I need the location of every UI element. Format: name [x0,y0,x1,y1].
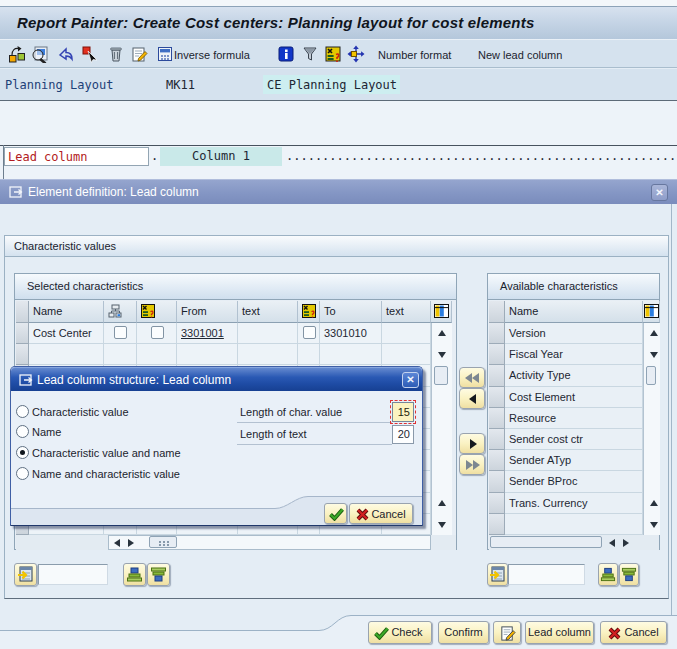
info-icon[interactable] [277,45,295,63]
table-cell[interactable]: 3301001 [177,323,238,344]
radio-name-and-characteristic-value[interactable] [16,467,29,480]
column1-cell[interactable]: Column 1 [160,147,282,166]
select-all-corner-cell[interactable] [489,301,505,323]
column-header-To[interactable]: To [320,301,382,323]
available-row[interactable]: Sender ATyp [505,450,643,471]
table-cell[interactable] [137,323,177,344]
horizontal-scroll-thumb[interactable] [149,536,177,548]
scroll-right-icon[interactable] [128,539,134,547]
filter-icon[interactable] [301,45,319,63]
structure-dialog-close-icon[interactable]: ✕ [402,372,419,388]
planning-layout-name-field[interactable]: CE Planning Layout [263,75,400,94]
table-cell[interactable] [104,323,137,344]
sort-descending-button-right[interactable] [619,563,639,586]
column-header-text[interactable]: text [238,301,298,323]
structure-dialog-titlebar[interactable]: Lead column structure: Lead column ✕ [11,367,422,391]
move-left-button[interactable] [459,388,485,409]
scroll-up-icon[interactable] [650,500,658,506]
move-all-left-button[interactable] [459,367,485,388]
sort-descending-button-left[interactable] [147,563,170,586]
available-row[interactable]: Fiscal Year [505,344,643,365]
select-all-corner-cell[interactable] [16,301,29,323]
move-icon[interactable] [347,45,365,63]
sort-ascending-button-right[interactable] [598,563,618,586]
select-all-corner-cell[interactable] [643,301,660,323]
table-cell[interactable] [238,323,298,344]
vertical-scroll-thumb[interactable] [646,366,656,385]
length-of-text-input[interactable]: 20 [392,425,414,444]
assign-icon[interactable] [8,45,26,63]
select-block-icon[interactable] [81,45,99,63]
structure-ok-button[interactable] [324,503,347,524]
select-all-icon[interactable] [434,304,449,318]
scroll-down-icon[interactable] [650,352,658,358]
row-selector[interactable] [489,344,505,365]
scroll-up-icon[interactable] [438,330,446,336]
row-selector[interactable] [489,514,505,535]
scroll-up-icon[interactable] [438,500,446,506]
available-row[interactable]: Sender BProc [505,471,643,492]
element-dialog-close-icon[interactable]: ✕ [651,184,668,201]
checkbox[interactable] [151,326,164,339]
available-row[interactable]: Resource [505,408,643,429]
row-selector[interactable] [489,429,505,450]
radio-characteristic-value[interactable] [16,405,29,418]
scroll-down-icon[interactable] [438,522,446,528]
available-row[interactable]: Trans. Currency [505,493,643,514]
row-selector[interactable] [489,365,505,386]
row-selector[interactable] [489,408,505,429]
checkbox[interactable] [303,326,316,339]
set-values-icon[interactable] [324,45,342,63]
scroll-down-icon[interactable] [438,352,446,358]
row-selector[interactable] [489,387,505,408]
undo-icon[interactable] [57,45,75,63]
column-header-text[interactable]: text [382,301,431,323]
position-button-right[interactable] [487,563,508,586]
row-selector[interactable] [489,323,505,344]
move-right-button[interactable] [459,433,485,454]
select-all-corner-cell[interactable] [431,301,452,323]
element-dialog-titlebar[interactable]: Element definition: Lead column ✕ [0,179,677,204]
length-of-char-value-input[interactable]: 15 [392,402,414,422]
number-format-button[interactable]: Number format [378,49,451,61]
radio-characteristic-value-and-name[interactable] [16,446,29,459]
scroll-left-icon[interactable] [609,539,615,547]
horizontal-scroll-thumb[interactable] [490,536,602,548]
checkbox[interactable] [114,326,127,339]
position-input-left[interactable] [38,564,108,585]
column-header-Name[interactable]: Name [29,301,104,323]
available-row[interactable]: Cost Element [505,387,643,408]
table-cell[interactable]: Cost Center [29,323,104,344]
lead-column-button[interactable]: Lead column [525,621,594,644]
edit-icon[interactable] [130,45,148,63]
row-selector[interactable] [489,471,505,492]
available-row[interactable]: Version [505,323,643,344]
position-input-right[interactable] [508,564,585,585]
table-cell[interactable]: 3301010 [320,323,382,344]
select-all-icon[interactable] [644,304,659,318]
column-header-icon[interactable] [137,301,177,323]
row-selector[interactable] [489,450,505,471]
new-lead-column-button[interactable]: New lead column [478,49,562,61]
vertical-scroll-thumb[interactable] [434,366,448,385]
scroll-right-icon[interactable] [623,539,629,547]
column-header-icon[interactable] [104,301,137,323]
inverse-formula-button[interactable]: Inverse formula [174,49,250,61]
column-header-From[interactable]: From [177,301,238,323]
cancel-button[interactable]: Cancel [600,621,667,644]
inverse-formula-icon[interactable] [156,45,174,63]
structure-cancel-button[interactable]: Cancel [349,503,413,524]
edit-element-button[interactable] [493,621,521,644]
available-row[interactable] [505,514,643,535]
available-row[interactable]: Sender cost ctr [505,429,643,450]
scroll-down-icon[interactable] [650,522,658,528]
row-selector[interactable] [16,344,29,365]
available-row[interactable]: Activity Type [505,365,643,386]
confirm-button[interactable]: Confirm [438,621,489,644]
radio-name[interactable] [16,425,29,438]
column-header-name[interactable]: Name [505,301,643,323]
row-selector[interactable] [16,323,29,344]
position-button-left[interactable] [14,563,37,586]
scroll-left-icon[interactable] [114,539,120,547]
table-cell[interactable] [298,323,320,344]
